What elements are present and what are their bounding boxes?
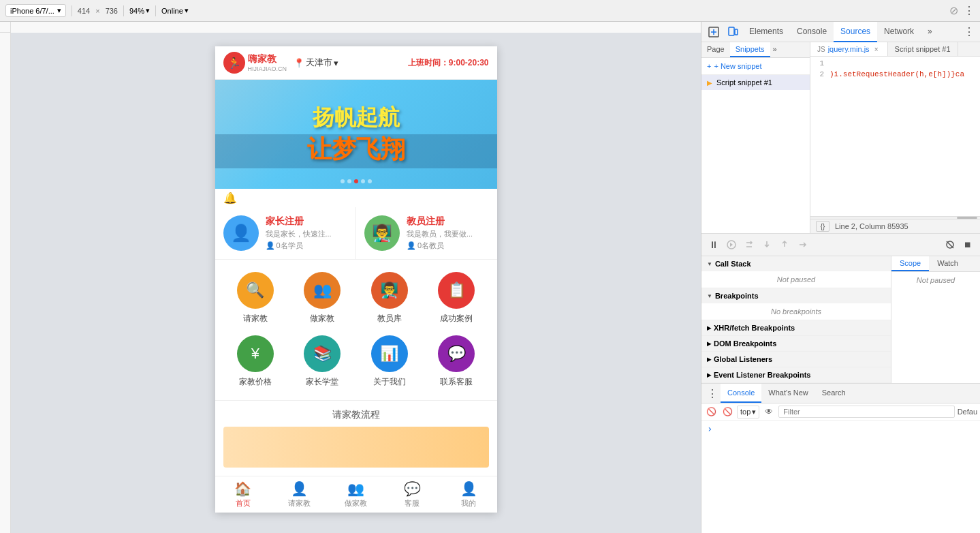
banner-dot-4	[361, 179, 365, 183]
tab-console[interactable]: Console	[790, 22, 834, 42]
separator-2	[123, 5, 124, 16]
student-icon: 👤	[266, 241, 275, 250]
sidebar-tab-more[interactable]: »	[770, 42, 780, 57]
price-icon: ¥	[237, 335, 274, 372]
eye-icon[interactable]: 👁	[762, 405, 776, 418]
location-button[interactable]: 📍 天津市 ▾	[294, 57, 338, 69]
step-over-button[interactable]	[741, 237, 757, 253]
console-dots[interactable]: ⋮	[704, 384, 721, 403]
jquery-file-icon: JS	[817, 46, 825, 53]
icon-item-parent-hall[interactable]: 📚 家长学堂	[290, 331, 355, 392]
console-area: ⋮ Console What's New Search 🚫 🚫	[701, 383, 980, 533]
registration-section: 👤 家长注册 我是家长，快速注... 👤 0名学员	[215, 207, 497, 260]
code-line-1: 1	[810, 59, 980, 70]
console-filter-input[interactable]	[778, 406, 954, 418]
step-into-button[interactable]	[759, 237, 775, 253]
teacher-db-label: 教员库	[377, 313, 402, 324]
icon-item-success-cases[interactable]: 📋 成功案例	[424, 268, 489, 329]
device-selector[interactable]: iPhone 6/7/... ▾	[5, 4, 66, 17]
tab-sources-label: Sources	[840, 27, 870, 36]
plus-icon: +	[707, 62, 711, 70]
watch-tab[interactable]: Watch	[929, 256, 966, 271]
step-out-button[interactable]	[776, 237, 793, 253]
dom-header[interactable]: ▶ DOM Breakpoints	[701, 336, 891, 351]
customer-service-nav-label: 客服	[405, 498, 420, 508]
tab-sources[interactable]: Sources	[834, 22, 877, 42]
event-header[interactable]: ▶ Event Listener Breakpoints	[701, 367, 891, 382]
breakpoints-status: No breakpoints	[701, 303, 891, 320]
device-dropdown-icon: ▾	[57, 6, 61, 15]
console-tab-search[interactable]: Search	[815, 384, 853, 403]
teacher-register-card[interactable]: 👨‍🏫 教员注册 我是教员，我要做... 👤 0名教员	[356, 207, 497, 259]
call-stack-header[interactable]: ▼ Call Stack	[701, 256, 891, 271]
be-tutor-nav-label: 做家教	[345, 498, 367, 508]
xhr-fetch-section: ▶ XHR/fetch Breakpoints	[701, 320, 891, 336]
teacher-reg-count: 👤 0名教员	[407, 241, 489, 251]
icon-item-teacher-db[interactable]: 👨‍🏫 教员库	[358, 268, 422, 329]
location-text: 天津市	[306, 57, 332, 69]
sidebar-tab-page[interactable]: Page	[701, 42, 730, 57]
scope-tab[interactable]: Scope	[891, 256, 929, 271]
console-clear-button[interactable]: 🚫	[704, 405, 718, 418]
parent-reg-count: 👤 0名学员	[266, 241, 348, 251]
toolbar-more-button[interactable]: ⋮	[964, 4, 975, 17]
global-header[interactable]: ▶ Global Listeners	[701, 352, 891, 367]
parent-register-card[interactable]: 👤 家长注册 我是家长，快速注... 👤 0名学员	[215, 207, 357, 259]
debugger-panels: ▼ Call Stack Not paused ▼ Breakpoints	[701, 256, 980, 383]
snippet-item-1[interactable]: ▶ Script snippet #1	[701, 75, 810, 90]
dom-triangle: ▶	[707, 341, 711, 347]
work-time-label: 上班时间：	[408, 58, 449, 67]
customer-service-nav-icon: 💬	[404, 481, 421, 497]
nav-item-my[interactable]: 👤 我的	[441, 476, 497, 513]
nav-item-customer-service-nav[interactable]: 💬 客服	[384, 476, 441, 513]
top-context-selector[interactable]: top ▾	[737, 406, 759, 418]
format-button[interactable]: {}	[816, 221, 829, 232]
icon-item-about[interactable]: 📊 关于我们	[358, 331, 422, 392]
jquery-file-close[interactable]: ×	[872, 45, 881, 53]
phone-viewport: 🏃 嗨家教 HIJIAJIAO.CN 📍 天津市 ▾	[11, 33, 701, 533]
icon-item-tutor-request[interactable]: 🔍 请家教	[223, 268, 288, 329]
banner-dot-2	[347, 179, 351, 183]
deactivate-breakpoints-button[interactable]	[942, 237, 958, 253]
icon-item-be-tutor[interactable]: 👥 做家教	[290, 268, 355, 329]
teacher-count-icon: 👤	[407, 241, 416, 250]
location-chevron-icon: ▾	[334, 58, 338, 68]
icon-item-price[interactable]: ¥ 家教价格	[223, 331, 288, 392]
teacher-info: 教员注册 我是教员，我要做... 👤 0名教员	[407, 215, 489, 251]
pause-button[interactable]: ⏸	[706, 237, 722, 253]
devtools-more-button[interactable]: ⋮	[961, 25, 977, 38]
device-toggle-button[interactable]	[723, 22, 742, 42]
online-selector[interactable]: Online ▾	[161, 6, 189, 15]
xhr-header[interactable]: ▶ XHR/fetch Breakpoints	[701, 320, 891, 335]
dom-label: DOM Breakpoints	[714, 339, 776, 348]
logo-text: 嗨家教 HIJIAJIAO.CN	[248, 53, 287, 72]
console-filter-icon[interactable]: 🚫	[721, 405, 734, 418]
call-stack-title: Call Stack	[715, 260, 751, 268]
parent-hall-label: 家长学堂	[306, 376, 338, 388]
inspect-element-button[interactable]	[704, 22, 723, 42]
icon-item-customer-service[interactable]: 💬 联系客服	[424, 331, 489, 392]
step-button[interactable]	[794, 237, 810, 253]
tab-elements[interactable]: Elements	[742, 22, 790, 42]
zoom-selector[interactable]: 94% ▾	[129, 6, 150, 15]
file-tab-snippet[interactable]: Script snippet #1	[888, 42, 958, 56]
nav-item-be-tutor-nav[interactable]: 👥 做家教	[328, 476, 384, 513]
breakpoints-header[interactable]: ▼ Breakpoints	[701, 288, 891, 303]
resume-button[interactable]	[723, 237, 740, 253]
tab-network[interactable]: Network	[877, 22, 921, 42]
nav-item-home[interactable]: 🏠 首页	[215, 476, 272, 513]
console-prompt[interactable]: ›	[707, 423, 975, 434]
banner-dot-5	[368, 179, 372, 183]
top-toolbar: iPhone 6/7/... ▾ 414 × 736 94% ▾ Online …	[0, 0, 980, 22]
not-paused-right: Not paused	[891, 272, 980, 288]
sound-bar: 🔔	[215, 189, 497, 207]
add-snippet-label: + New snippet	[714, 62, 761, 70]
tab-more[interactable]: »	[921, 22, 939, 42]
pause-on-exception-button[interactable]: ⏹	[960, 237, 976, 253]
nav-item-request-tutor[interactable]: 👤 请家教	[271, 476, 328, 513]
sidebar-tab-snippets[interactable]: Snippets	[730, 42, 770, 57]
file-tab-jquery[interactable]: JS jquery.min.js ×	[810, 42, 888, 56]
console-tab-console[interactable]: Console	[721, 384, 761, 403]
console-tab-whats-new[interactable]: What's New	[761, 384, 815, 403]
add-snippet-button[interactable]: + + New snippet	[701, 58, 810, 75]
